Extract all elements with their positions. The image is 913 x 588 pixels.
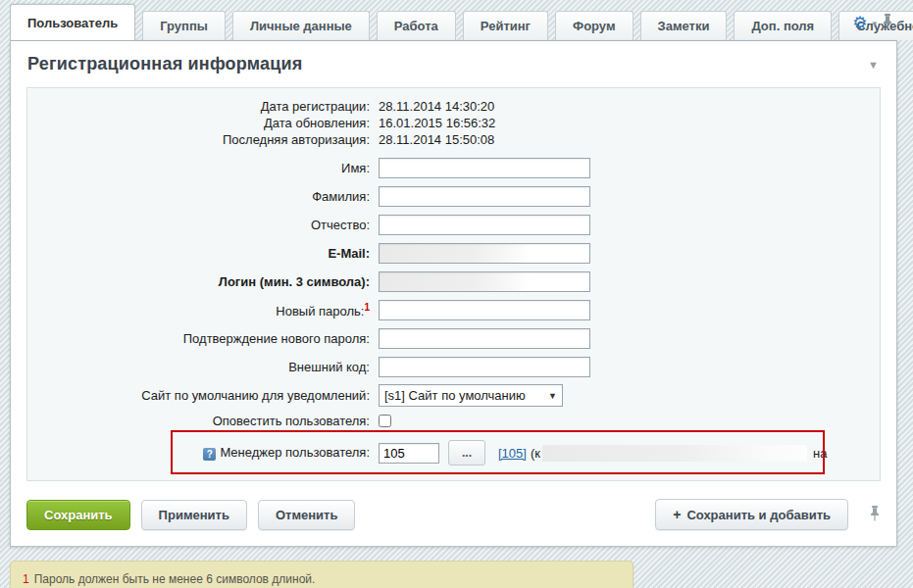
external-code-label: Внешний код: [27,360,379,374]
new-password-field[interactable] [379,300,590,320]
external-code-row: Внешний код: [27,353,880,381]
default-site-row: Сайт по умолчанию для уведомлений: [s1] … [27,381,880,410]
second-name-row: Отчество: [27,211,880,239]
last-auth-label: Последняя авторизация: [27,132,379,147]
email-label: E-Mail: [27,246,379,261]
page: Пользователь Группы Личные данные Работа… [10,4,897,588]
tab-personal-data[interactable]: Личные данные [232,11,370,40]
manager-name-end: на [813,446,827,461]
save-button[interactable]: Сохранить [26,500,130,530]
first-name-label: Имя: [27,161,379,175]
help-icon[interactable]: ? [203,448,216,461]
gear-icon[interactable]: ⚙ [852,15,867,31]
last-auth-value: 28.11.2014 15:50:08 [379,132,494,147]
tab-notes[interactable]: Заметки [640,11,728,40]
cancel-button[interactable]: Отменить [258,500,356,530]
manager-id-field[interactable] [379,443,439,464]
update-date-value: 16.01.2015 16:56:32 [379,116,495,130]
tab-extra-fields[interactable]: Доп. поля [734,11,832,40]
tab-work[interactable]: Работа [377,11,456,40]
footnotes-box: 1Пароль должен быть не менее 6 символов … [10,561,634,588]
new-password-row: Новый пароль:1 [27,296,880,324]
save-and-add-button[interactable]: +Сохранить и добавить [655,499,848,530]
manager-user-link[interactable]: [105] [498,446,527,461]
plus-icon: + [673,507,681,522]
last-name-row: Фамилия: [27,182,880,211]
notify-user-checkbox[interactable] [379,415,391,427]
pin-icon[interactable] [882,13,893,33]
default-site-select[interactable]: [s1] Сайт по умолчанию ▼ [379,384,563,407]
footnote-1-marker: 1 [364,302,370,313]
last-name-label: Фамилия: [27,189,379,204]
tab-user[interactable]: Пользователь [10,4,135,40]
reg-date-row: Дата регистрации: 28.11.2014 14:30:20 [27,98,880,115]
default-site-label: Сайт по умолчанию для уведомлений: [27,388,379,403]
chevron-down-icon[interactable]: ▾ [872,19,877,28]
manager-name-open: (к [531,446,540,461]
manager-browse-button[interactable]: ... [448,440,485,466]
update-date-label: Дата обновления: [27,116,379,130]
tab-forum[interactable]: Форум [555,11,633,40]
email-row: E-Mail: [27,239,880,268]
apply-button[interactable]: Применить [141,500,247,530]
footnote-1: 1Пароль должен быть не менее 6 символов … [23,570,621,588]
tab-groups[interactable]: Группы [142,11,226,40]
tab-bar: Пользователь Группы Личные данные Работа… [10,4,897,40]
default-site-selected-value: [s1] Сайт по умолчанию [384,388,526,403]
confirm-password-field[interactable] [379,328,590,349]
tab-rating[interactable]: Рейтинг [463,11,548,40]
action-buttons: Сохранить Применить Отменить +Сохранить … [11,495,896,532]
collapse-section-icon[interactable]: ▼ [868,59,879,71]
login-row: Логин (мин. 3 символа): [27,268,880,296]
tab-toolbar: ⚙ ▾ [852,13,893,33]
section-header: Регистрационная информация ▼ [11,41,896,85]
last-name-field[interactable] [379,186,590,207]
update-date-row: Дата обновления: 16.01.2015 16:56:32 [27,115,880,131]
reg-date-label: Дата регистрации: [27,99,379,114]
pin-icon-bottom[interactable] [869,505,881,525]
first-name-field[interactable] [379,158,590,178]
second-name-label: Отчество: [27,218,379,232]
confirm-password-label: Подтверждение нового пароля: [27,331,379,346]
last-auth-row: Последняя авторизация: 28.11.2014 15:50:… [27,131,880,148]
reg-date-value: 28.11.2014 14:30:20 [379,99,494,114]
external-code-field[interactable] [379,357,590,377]
main-panel: Регистрационная информация ▼ Дата регист… [10,40,897,547]
new-password-label: Новый пароль:1 [27,302,379,318]
login-field[interactable] [379,271,590,292]
email-field[interactable] [379,243,590,264]
notify-user-row: Оповестить пользователя: [27,410,880,431]
first-name-row: Имя: [27,154,880,182]
confirm-password-row: Подтверждение нового пароля: [27,324,880,353]
page-title: Регистрационная информация [27,54,302,74]
select-arrow-icon: ▼ [548,391,557,401]
second-name-field[interactable] [379,215,590,235]
registration-form: Дата регистрации: 28.11.2014 14:30:20 Да… [26,87,881,481]
manager-row: ?Менеджер пользователя: ... [105] (к на [27,435,880,470]
notify-user-label: Оповестить пользователя: [27,414,379,428]
login-label: Логин (мин. 3 символа): [27,274,379,289]
manager-label: ?Менеджер пользователя: [27,445,379,460]
manager-name-blurred [542,445,807,462]
